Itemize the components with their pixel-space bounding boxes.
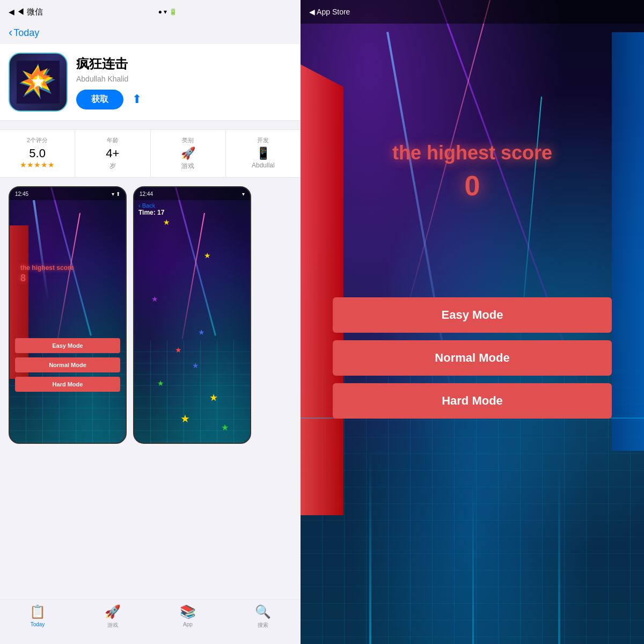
- star-3: ★: [151, 295, 158, 303]
- stat-category: 类别 🚀 游戏: [151, 130, 226, 177]
- app-header: 疯狂连击 Abdullah Khalid 获取 ⬆: [0, 44, 301, 121]
- screenshots-row: 12:45 ▾ ⬆ the highest score 8 Easy Mo: [9, 186, 292, 591]
- wechat-chevron: ◀: [9, 8, 14, 16]
- appstore-back-label[interactable]: ◀ App Store: [309, 8, 350, 16]
- today-icon: 📋: [30, 604, 46, 619]
- screenshots-section: 12:45 ▾ ⬆ the highest score 8 Easy Mo: [0, 178, 301, 599]
- ss1-bg: the highest score 8 Easy Mode Normal Mod…: [10, 187, 126, 443]
- right-panel: ◀ App Store the highest score 0 Easy Mod…: [301, 0, 644, 644]
- ss2-signal: ▾: [242, 191, 245, 197]
- stat-rating-label: 2个评分: [4, 136, 70, 144]
- stat-age: 年龄 4+ 岁: [75, 130, 150, 177]
- star-1: ★: [163, 218, 170, 226]
- app-icon-svg: [17, 61, 60, 104]
- back-button[interactable]: ‹ Today: [9, 26, 39, 40]
- right-structure-right: [612, 32, 644, 451]
- ss1-time: 12:45: [15, 191, 28, 197]
- wechat-back[interactable]: ◀ ◀ 微信: [9, 7, 43, 17]
- status-bar: ◀ ◀ 微信 ● ▾ 🔋: [0, 0, 301, 24]
- star-6: ★: [192, 361, 199, 370]
- nav-search[interactable]: 🔍 搜索: [225, 604, 301, 629]
- ss2-back: ‹ Back: [138, 202, 155, 209]
- right-score-area: the highest score 0: [301, 142, 644, 202]
- stat-age-value: 4+: [79, 147, 145, 160]
- appstore-bar: ◀ App Store: [301, 0, 644, 24]
- stat-rating: 2个评分 5.0 ★★★★★: [0, 130, 75, 177]
- ss1-mode-buttons: Easy Mode Normal Mode Hard Mode: [15, 338, 120, 392]
- games-icon: 🚀: [105, 604, 121, 619]
- stat-developer: 开发 📱 Abdullal: [226, 130, 301, 177]
- neon-line-3: [33, 200, 49, 302]
- right-mode-buttons: Easy Mode Normal Mode Hard Mode: [333, 297, 612, 419]
- developer-icon: 📱: [230, 147, 296, 160]
- right-easy-mode[interactable]: Easy Mode: [333, 297, 612, 333]
- vertical-light-2: [472, 483, 474, 644]
- star-5: ★: [175, 346, 182, 354]
- star-4: ★: [198, 328, 205, 336]
- vertical-light-3: [558, 464, 560, 644]
- back-label: Today: [13, 27, 39, 39]
- app-icon-nav: 📚: [180, 604, 196, 619]
- stat-age-label: 年龄: [79, 136, 145, 144]
- app-title: 疯狂连击: [76, 55, 292, 72]
- stars-row: ★★★★★: [4, 160, 70, 169]
- games-label: 游戏: [107, 621, 118, 629]
- vertical-light-1: [369, 451, 371, 644]
- right-normal-mode[interactable]: Normal Mode: [333, 340, 612, 376]
- back-chevron: ‹: [9, 26, 12, 40]
- floor-grid-2: [134, 341, 250, 443]
- ss2-bg: ‹ Back Time: 17 ★ ★ ★ ★ ★ ★ ★ ★ ★ ★: [134, 187, 250, 443]
- ss2-time: 12:44: [140, 191, 153, 197]
- stat-developer-sub: Abdullal: [230, 162, 296, 169]
- star-7: ★: [157, 379, 164, 387]
- app-label: App: [183, 621, 193, 627]
- stat-age-sub: 岁: [79, 162, 145, 171]
- right-hard-mode[interactable]: Hard Mode: [333, 383, 612, 419]
- ss1-score-value: 8: [20, 273, 74, 284]
- ss1-easy-mode: Easy Mode: [15, 338, 120, 353]
- nav-today[interactable]: 📋 Today: [0, 604, 75, 627]
- ss1-status: 12:45 ▾ ⬆: [10, 187, 126, 200]
- stat-rating-value: 5.0: [4, 147, 70, 160]
- status-time: ● ▾ 🔋: [43, 8, 292, 16]
- app-icon: [9, 53, 68, 112]
- rocket-icon: 🚀: [155, 147, 221, 160]
- stat-category-sub: 游戏: [155, 162, 221, 171]
- share-icon[interactable]: ⬆: [132, 92, 142, 106]
- ss2-status: 12:44 ▾: [134, 187, 250, 200]
- search-icon: 🔍: [255, 604, 271, 619]
- screenshot-1: 12:45 ▾ ⬆ the highest score 8 Easy Mo: [9, 186, 127, 444]
- today-label: Today: [31, 621, 45, 627]
- wechat-label: ◀ 微信: [17, 7, 43, 17]
- star-10: ★: [221, 422, 229, 433]
- screenshot-2: 12:44 ▾ ‹ Back Time: 17 ★ ★ ★ ★ ★: [133, 186, 251, 444]
- get-button[interactable]: 获取: [76, 90, 123, 109]
- ss1-signal: ▾ ⬆: [112, 191, 120, 197]
- app-developer: Abdullah Khalid: [76, 75, 292, 83]
- right-score-label: the highest score: [301, 142, 644, 164]
- nav-games[interactable]: 🚀 游戏: [75, 604, 150, 629]
- ss2-timer: Time: 17: [138, 209, 164, 216]
- bottom-nav: 📋 Today 🚀 游戏 📚 App 🔍 搜索: [0, 599, 301, 644]
- ss1-score-label: the highest score 8: [20, 264, 74, 284]
- search-label: 搜索: [258, 621, 268, 629]
- nav-app[interactable]: 📚 App: [150, 604, 225, 627]
- stats-row: 2个评分 5.0 ★★★★★ 年龄 4+ 岁 类别 🚀 游戏 开发 📱 Abdu…: [0, 129, 301, 178]
- app-actions: 获取 ⬆: [76, 90, 292, 109]
- app-info: 疯狂连击 Abdullah Khalid 获取 ⬆: [76, 55, 292, 109]
- ss2-neon-2: [181, 213, 204, 339]
- star-2: ★: [204, 251, 211, 260]
- star-8: ★: [209, 392, 218, 404]
- right-structure-left: [301, 64, 343, 515]
- stat-developer-label: 开发: [230, 136, 296, 144]
- right-score-value: 0: [301, 170, 644, 202]
- star-9: ★: [180, 412, 190, 425]
- nav-bar: ‹ Today: [0, 24, 301, 44]
- ss1-hard-mode: Hard Mode: [15, 377, 120, 392]
- left-panel: ◀ ◀ 微信 ● ▾ 🔋 ‹ Today 疯狂连击 Abd: [0, 0, 301, 644]
- stat-category-label: 类别: [155, 136, 221, 144]
- ss1-normal-mode: Normal Mode: [15, 357, 120, 372]
